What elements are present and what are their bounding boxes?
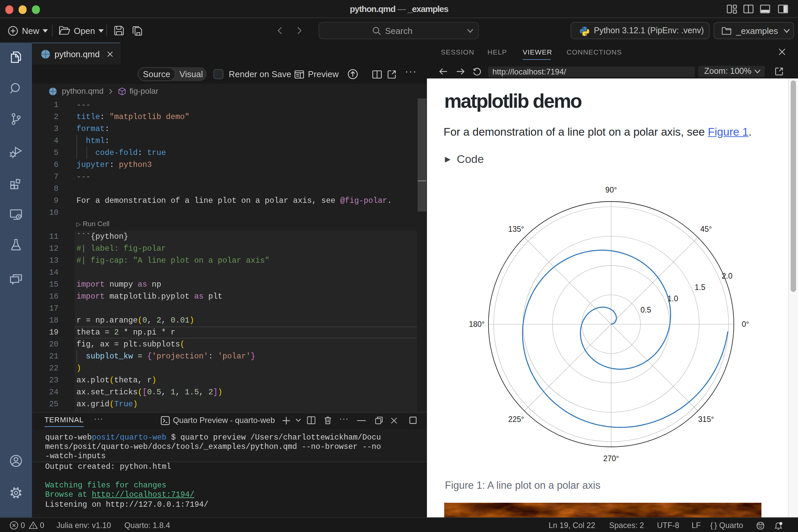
svg-text:90°: 90° [606, 186, 617, 194]
svg-text:315°: 315° [698, 415, 714, 424]
svg-text:270°: 270° [603, 454, 619, 463]
svg-text:1.0: 1.0 [668, 294, 678, 303]
svg-text:0°: 0° [742, 320, 749, 328]
svg-text:2.0: 2.0 [722, 272, 733, 280]
svg-text:225°: 225° [508, 415, 524, 424]
svg-text:45°: 45° [700, 225, 712, 233]
svg-text:135°: 135° [508, 225, 524, 233]
svg-text:0.5: 0.5 [640, 306, 651, 314]
svg-text:1.5: 1.5 [695, 283, 705, 291]
svg-text:180°: 180° [469, 320, 485, 328]
